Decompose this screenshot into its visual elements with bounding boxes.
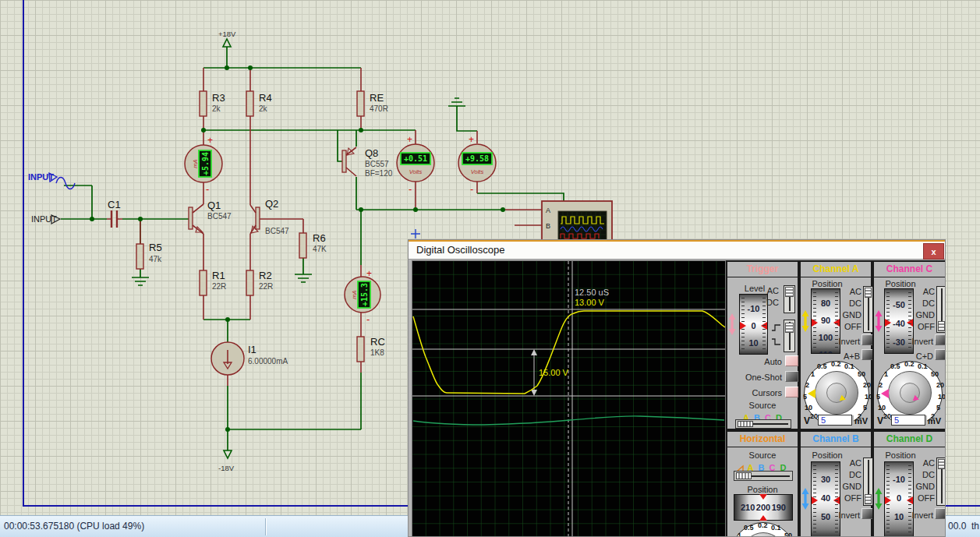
input-port[interactable]: INPUT: [31, 214, 60, 224]
re-value: 470R: [370, 104, 388, 113]
resistor-r6[interactable]: R6 47K: [299, 232, 327, 258]
voltmeter-1-unit: Volts: [409, 168, 423, 175]
power-negative-terminal[interactable]: -18V: [218, 450, 235, 472]
ammeter-1-minus: -: [206, 183, 209, 195]
channel-c-unit-v: V: [877, 415, 883, 426]
ammeter-2-unit: mA: [351, 290, 358, 299]
channel-c-invert-button[interactable]: [935, 334, 946, 345]
horizontal-source-label: Source: [727, 450, 798, 460]
channel-b-invert-button[interactable]: [861, 508, 873, 519]
knob-scale: 0.2: [831, 360, 841, 368]
resistor-rc[interactable]: RC 1K8: [357, 336, 385, 362]
window-titlebar[interactable]: Digital Oscilloscope x: [409, 240, 945, 260]
trigger-level-updown-arrow[interactable]: [728, 313, 736, 335]
knob-scale: 1: [738, 532, 741, 537]
rc-value: 1K8: [370, 348, 384, 357]
channel-a-sum-button[interactable]: [861, 349, 873, 360]
channel-a-gain-knob[interactable]: 0.5 0.2 0.1 1 2 5 10 20 50 20 10 5 2 V: [803, 361, 870, 429]
channel-c-coupling-switch[interactable]: [936, 286, 946, 333]
channel-d-position-updown-arrow[interactable]: [875, 488, 883, 510]
origin-marker: [411, 229, 420, 238]
channel-c-gain-value[interactable]: 5: [891, 415, 925, 426]
knob-scale: 20: [810, 412, 818, 420]
trigger-coupling-switch[interactable]: [784, 285, 795, 313]
knob-scale: 0.1: [844, 362, 854, 370]
channel-a-gain-value[interactable]: 5: [818, 415, 852, 426]
knob-scale: 0.2: [758, 521, 768, 529]
channel-b-position-dial[interactable]: 30 40 50: [811, 461, 840, 537]
channel-b-off-label: OFF: [838, 493, 861, 503]
close-button[interactable]: x: [923, 243, 944, 260]
ammeter-2[interactable]: +15.3 mA + -: [345, 268, 380, 325]
horizontal-source-slider[interactable]: [734, 471, 793, 481]
channel-d-coupling-switch[interactable]: [936, 458, 946, 506]
r6-name: R6: [313, 232, 326, 244]
horizontal-position-dial[interactable]: 210 200 190: [734, 494, 793, 521]
ammeter-2-minus: -: [366, 313, 370, 325]
channel-c-position-updown-arrow[interactable]: [875, 310, 883, 332]
input-signal-source[interactable]: INPUT: [28, 172, 75, 189]
knob-scale: 10: [865, 393, 872, 401]
voltmeter-1-plus: +: [407, 134, 412, 145]
ammeter-1-reading: +5.94: [201, 152, 210, 175]
channel-a-invert-button[interactable]: [861, 334, 873, 345]
trigger-panel: Trigger Level -10 0 10 AC DC: [726, 260, 799, 430]
resistor-r5[interactable]: R5 47k: [136, 242, 162, 269]
knob-scale: 1: [811, 370, 815, 378]
r6-value: 47K: [313, 245, 327, 253]
voltmeter-1-minus: -: [409, 183, 412, 195]
knob-scale: 0.1: [771, 524, 781, 532]
scope-control-panel: Trigger Level -10 0 10 AC DC: [726, 260, 946, 537]
horizontal-timebase-knob[interactable]: 0.5 0.2 0.1 1 2 50: [730, 522, 797, 537]
channel-a-off-label: OFF: [838, 322, 861, 331]
trigger-source-slider[interactable]: [735, 419, 791, 429]
knob-scale: 50: [858, 370, 865, 378]
simulation-time: 00:00:53.675180 (CPU load 49%): [4, 521, 144, 532]
transistor-q2[interactable]: Q2 BC547: [250, 198, 289, 235]
resistor-re[interactable]: RE 470R: [357, 91, 388, 116]
channel-d-invert-button[interactable]: [935, 508, 946, 519]
r4-name: R4: [259, 92, 272, 104]
knob-scale: 10: [878, 404, 886, 412]
channel-c-gain-knob[interactable]: 0.5 0.2 0.1 1 2 5 10 20 50 20 10 5 2 V: [876, 361, 943, 429]
transistor-q8[interactable]: Q8 BC557 BF=120: [342, 147, 393, 178]
channel-a-gnd-label: GND: [838, 310, 861, 320]
resistor-r2[interactable]: R2 22R: [246, 270, 273, 295]
channel-d-position-dial[interactable]: -10 0 10: [884, 461, 914, 537]
channel-b-panel: Channel B Position 30 40 50 AC DC GND OF…: [799, 430, 872, 537]
channel-a-position-updown-arrow[interactable]: [801, 310, 809, 332]
channel-c-sum-button[interactable]: [935, 349, 946, 360]
resistor-r1[interactable]: R1 22R: [200, 270, 226, 295]
resistor-r4[interactable]: R4 2k: [246, 91, 272, 116]
r3-value: 2k: [212, 104, 221, 113]
ammeter-2-reading: +15.3: [360, 283, 369, 306]
capacitor-c1[interactable]: C1: [108, 199, 121, 228]
channel-b-gnd-label: GND: [838, 482, 861, 491]
current-source-i1[interactable]: I1 6.00000mA: [211, 342, 288, 375]
trigger-auto-button[interactable]: [785, 355, 798, 366]
q8-param: BF=120: [365, 169, 393, 178]
horizontal-title: Horizontal: [727, 432, 798, 447]
trigger-cursors-button[interactable]: [785, 387, 798, 397]
r3-name: R3: [212, 92, 225, 104]
resistor-r3[interactable]: R3 2k: [200, 91, 225, 116]
trigger-edge-switch[interactable]: [784, 320, 795, 352]
channel-b-position-updown-arrow[interactable]: [801, 488, 809, 510]
trigger-oneshot-button[interactable]: [785, 371, 798, 382]
knob-scale: 10: [805, 404, 812, 412]
q2-value: BC547: [265, 227, 289, 235]
q1-value: BC547: [207, 212, 232, 221]
ammeter-2-plus: +: [366, 268, 372, 279]
miniscope-pin-a: A: [546, 207, 550, 214]
r4-value: 2k: [259, 104, 268, 113]
transistor-q1[interactable]: Q1 BC547: [189, 200, 232, 234]
channel-a-title: Channel A: [801, 262, 871, 277]
delta-voltage-label: 15.00 V: [539, 368, 569, 377]
cursor-voltage-label: 13.00 V: [575, 298, 605, 307]
channel-b-tick: 30: [812, 475, 840, 484]
power-positive-terminal[interactable]: +18V: [218, 30, 236, 47]
knob-scale: 0.5: [817, 362, 827, 370]
r1-name: R1: [212, 270, 225, 281]
scope-display[interactable]: 12.50 uS 13.00 V 15.00 V: [412, 260, 726, 537]
channel-c-ac-label: AC: [911, 287, 935, 296]
